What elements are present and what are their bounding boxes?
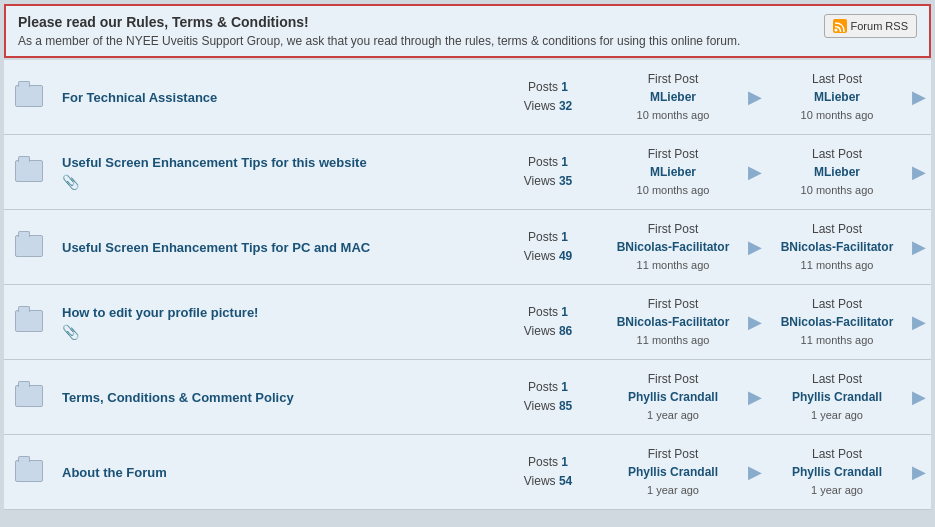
topic-link[interactable]: About the Forum	[62, 465, 167, 480]
table-row: Useful Screen Enhancement Tips for this …	[4, 135, 931, 210]
stats-cell: Posts 1Views 85	[493, 360, 603, 435]
last-post-user[interactable]: MLieber	[814, 90, 860, 104]
last-post-label: Last Post	[812, 372, 862, 386]
stats-cell: Posts 1Views 86	[493, 285, 603, 360]
last-post-label: Last Post	[812, 147, 862, 161]
end-arrow-icon-cell: ▶	[907, 360, 931, 435]
last-post-cell: Last Post Phyllis Crandall 1 year ago	[767, 360, 907, 435]
rss-icon	[833, 19, 847, 33]
last-post-time: 11 months ago	[801, 334, 874, 346]
arrow-icon-cell: ▶	[743, 135, 767, 210]
last-post-time: 10 months ago	[801, 184, 874, 196]
folder-icon	[15, 460, 43, 482]
last-post-user[interactable]: Phyllis Crandall	[792, 465, 882, 479]
last-post-user[interactable]: BNicolas-Facilitator	[781, 315, 894, 329]
last-post-cell: Last Post BNicolas-Facilitator 11 months…	[767, 210, 907, 285]
table-row: For Technical AssistancePosts 1Views 32 …	[4, 60, 931, 135]
views-label: Views	[524, 474, 559, 488]
stats-cell: Posts 1Views 54	[493, 435, 603, 510]
first-post-cell: First Post MLieber 10 months ago	[603, 60, 743, 135]
table-row: How to edit your profile picture!📎Posts …	[4, 285, 931, 360]
end-arrow-icon-cell: ▶	[907, 210, 931, 285]
last-post-user[interactable]: BNicolas-Facilitator	[781, 240, 894, 254]
folder-icon-cell	[4, 435, 54, 510]
topic-link[interactable]: How to edit your profile picture!	[62, 305, 258, 320]
topic-link[interactable]: Terms, Conditions & Comment Policy	[62, 390, 294, 405]
arrow-icon-cell: ▶	[743, 210, 767, 285]
first-post-cell: First Post BNicolas-Facilitator 11 month…	[603, 285, 743, 360]
topic-link[interactable]: For Technical Assistance	[62, 90, 217, 105]
last-post-time: 11 months ago	[801, 259, 874, 271]
first-post-user[interactable]: Phyllis Crandall	[628, 465, 718, 479]
topic-title-cell: How to edit your profile picture!📎	[54, 285, 493, 360]
page-container: Please read our Rules, Terms & Condition…	[0, 0, 935, 514]
header-text-block: Please read our Rules, Terms & Condition…	[18, 14, 740, 48]
folder-icon-cell	[4, 135, 54, 210]
posts-count: 1	[561, 80, 568, 94]
views-count: 32	[559, 99, 572, 113]
attachment-icon: 📎	[62, 174, 79, 190]
last-post-user[interactable]: Phyllis Crandall	[792, 390, 882, 404]
first-post-label: First Post	[648, 222, 699, 236]
views-label: Views	[524, 249, 559, 263]
views-label: Views	[524, 324, 559, 338]
views-count: 54	[559, 474, 572, 488]
arrow-icon: ▶	[748, 387, 762, 407]
arrow-icon: ▶	[748, 237, 762, 257]
arrow-icon-cell: ▶	[743, 360, 767, 435]
first-post-user[interactable]: MLieber	[650, 165, 696, 179]
first-post-label: First Post	[648, 147, 699, 161]
last-post-cell: Last Post MLieber 10 months ago	[767, 60, 907, 135]
stats-cell: Posts 1Views 49	[493, 210, 603, 285]
rss-label: Forum RSS	[851, 20, 908, 32]
first-post-label: First Post	[648, 72, 699, 86]
end-arrow-icon-cell: ▶	[907, 135, 931, 210]
folder-icon-cell	[4, 210, 54, 285]
views-label: Views	[524, 174, 559, 188]
first-post-user[interactable]: BNicolas-Facilitator	[617, 240, 730, 254]
last-post-user[interactable]: MLieber	[814, 165, 860, 179]
last-post-time: 1 year ago	[811, 484, 863, 496]
posts-label: Posts	[528, 230, 561, 244]
end-arrow-icon: ▶	[912, 312, 926, 332]
first-post-time: 1 year ago	[647, 484, 699, 496]
arrow-icon-cell: ▶	[743, 285, 767, 360]
posts-count: 1	[561, 305, 568, 319]
first-post-cell: First Post MLieber 10 months ago	[603, 135, 743, 210]
end-arrow-icon: ▶	[912, 387, 926, 407]
topic-title-cell: Terms, Conditions & Comment Policy	[54, 360, 493, 435]
table-row: Terms, Conditions & Comment PolicyPosts …	[4, 360, 931, 435]
end-arrow-icon: ▶	[912, 87, 926, 107]
folder-icon-cell	[4, 360, 54, 435]
header-bar: Please read our Rules, Terms & Condition…	[4, 4, 931, 58]
last-post-label: Last Post	[812, 447, 862, 461]
first-post-user[interactable]: MLieber	[650, 90, 696, 104]
end-arrow-icon-cell: ▶	[907, 285, 931, 360]
folder-icon	[15, 85, 43, 107]
first-post-user[interactable]: BNicolas-Facilitator	[617, 315, 730, 329]
folder-icon	[15, 310, 43, 332]
topic-title-cell: About the Forum	[54, 435, 493, 510]
first-post-time: 10 months ago	[637, 109, 710, 121]
arrow-icon: ▶	[748, 462, 762, 482]
header-description: As a member of the NYEE Uveitis Support …	[18, 34, 740, 48]
first-post-time: 11 months ago	[637, 334, 710, 346]
topic-link[interactable]: Useful Screen Enhancement Tips for PC an…	[62, 240, 370, 255]
last-post-cell: Last Post Phyllis Crandall 1 year ago	[767, 435, 907, 510]
first-post-label: First Post	[648, 447, 699, 461]
posts-label: Posts	[528, 80, 561, 94]
last-post-label: Last Post	[812, 222, 862, 236]
arrow-icon: ▶	[748, 312, 762, 332]
views-count: 85	[559, 399, 572, 413]
first-post-user[interactable]: Phyllis Crandall	[628, 390, 718, 404]
posts-label: Posts	[528, 305, 561, 319]
rss-button[interactable]: Forum RSS	[824, 14, 917, 38]
first-post-cell: First Post BNicolas-Facilitator 11 month…	[603, 210, 743, 285]
arrow-icon: ▶	[748, 87, 762, 107]
end-arrow-icon-cell: ▶	[907, 60, 931, 135]
topic-link[interactable]: Useful Screen Enhancement Tips for this …	[62, 155, 367, 170]
views-label: Views	[524, 399, 559, 413]
arrow-icon-cell: ▶	[743, 60, 767, 135]
topic-title-cell: For Technical Assistance	[54, 60, 493, 135]
arrow-icon: ▶	[748, 162, 762, 182]
